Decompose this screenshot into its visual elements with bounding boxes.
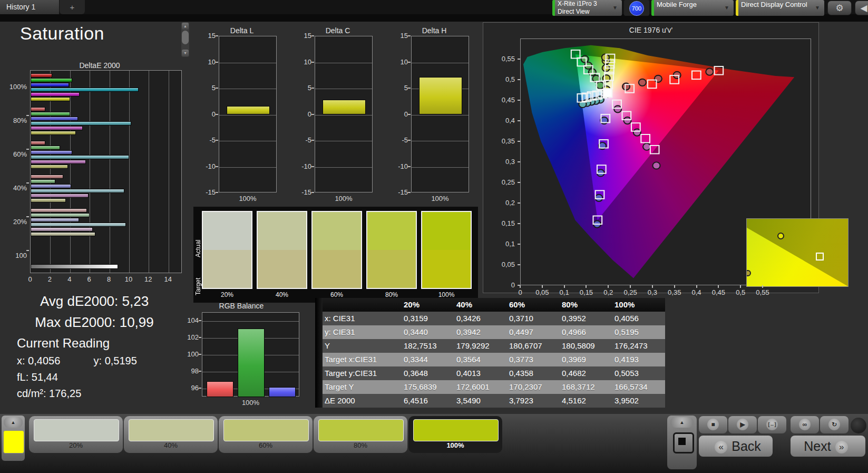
pattern-source-dropdown[interactable]: Mobile Forge ▼ [651, 0, 734, 16]
x-axis-label: 100% [315, 195, 373, 202]
scroll-down-icon[interactable]: ▼ [182, 50, 189, 56]
axis-tick-label: 10 [208, 58, 216, 66]
patch-label: 40% [124, 441, 218, 449]
axis-tick [608, 285, 609, 288]
collapse-panel-button[interactable]: ◀ [855, 1, 868, 15]
bar [31, 198, 66, 202]
expand-up-icon[interactable]: ▲ [670, 417, 694, 428]
loop-button[interactable]: ∞ [791, 416, 819, 433]
play-button[interactable]: ▶ [728, 416, 757, 433]
bar [31, 146, 60, 150]
axis-tick [311, 114, 314, 115]
axis-tick-label: 15 [208, 32, 216, 40]
meter-dropdown[interactable]: X-Rite i1Pro 3 Direct View ▼ [552, 0, 622, 16]
axis-tick-label: 6 [87, 275, 91, 283]
axis-tick [216, 166, 218, 167]
actual-swatch [422, 212, 471, 250]
badge-container: 700 [624, 0, 649, 16]
axis-tick [674, 285, 675, 288]
bar [31, 184, 71, 188]
workflow-label: Direct Display Control [741, 0, 811, 9]
axis-tick-label: 15 [304, 32, 311, 40]
swatch-label: 100% [420, 291, 473, 298]
stop-button[interactable]: ■ [699, 416, 727, 433]
axis-tick-label: -15 [301, 188, 311, 196]
axis-tick-label: -5 [305, 136, 311, 144]
gridline [90, 71, 90, 273]
step-button[interactable]: [↔] [758, 416, 786, 433]
gridline [202, 321, 299, 322]
stop-pattern-button[interactable] [673, 432, 694, 453]
table-cell: 0,3564 [454, 353, 507, 366]
axis-tick-label: 0 [308, 110, 311, 118]
meter-name: X-Rite i1Pro 3 [558, 0, 608, 8]
axis-tick-label: 98 [191, 367, 199, 375]
axis-tick [216, 35, 218, 36]
gridline [219, 167, 276, 168]
column-header: 100% [612, 298, 665, 312]
stop-icon [678, 438, 686, 445]
axis-tick [408, 192, 411, 193]
y-axis-labels: 151050-5-10-15 [395, 36, 409, 192]
refresh-button[interactable]: ↻ [820, 416, 849, 433]
tab-history-1[interactable]: History 1 [0, 0, 59, 14]
back-button[interactable]: «Back [699, 436, 773, 457]
axis-tick [216, 62, 218, 63]
patch-swatch [223, 419, 309, 441]
bar [31, 78, 72, 82]
bar [419, 77, 462, 114]
expand-up-icon[interactable]: ▲ [4, 417, 23, 428]
axis-tick-label: 10 [304, 58, 311, 66]
meter-status-accent [552, 0, 555, 16]
axis-tick [518, 264, 520, 265]
column-header: 80% [560, 298, 612, 312]
axis-tick [740, 285, 741, 288]
settings-button[interactable]: ⚙ [827, 1, 852, 15]
axis-tick-label: 0,35 [668, 288, 681, 296]
patch-button-60%[interactable]: 60% [219, 416, 313, 453]
patch-button-20%[interactable]: 20% [29, 416, 123, 453]
row-edge [315, 366, 323, 380]
actual-target-swatch-panel: Actual Target 20%40%60%80%100% [193, 207, 478, 303]
bar [31, 264, 118, 269]
axis-tick [311, 35, 314, 36]
sync-count-badge[interactable]: 700 [629, 1, 644, 16]
axis-tick-label: 20% [13, 218, 27, 226]
patch-button-40%[interactable]: 40% [124, 416, 218, 453]
axis-tick [199, 337, 201, 338]
workflow-dropdown[interactable]: Direct Display Control ▼ [736, 0, 824, 16]
cie-diagram-panel: CIE 1976 u'v' 0,550,50,450,40,350,30,250… [483, 22, 819, 293]
patch-button-100%[interactable]: 100% [408, 416, 502, 453]
scrollbar-thumb[interactable] [182, 31, 189, 44]
bar [31, 208, 87, 213]
next-button[interactable]: Next» [791, 436, 865, 457]
patch-button-80%[interactable]: 80% [314, 416, 407, 453]
axis-tick-label: 0,15 [502, 219, 515, 227]
axis-tick [199, 388, 201, 389]
axis-tick [630, 285, 631, 288]
axis-tick [408, 140, 411, 141]
bar [31, 141, 45, 145]
axis-tick-label: 4 [67, 275, 71, 283]
axis-tick-label: 2 [48, 275, 52, 283]
table-cell: 0,3952 [560, 312, 612, 325]
add-tab-button[interactable]: + [60, 0, 85, 14]
patch-swatch [318, 419, 404, 441]
axis-tick-label: 0,1 [560, 288, 569, 296]
x-axis-labels: 02468101214 [30, 275, 182, 285]
table-cell: 166,5734 [612, 380, 665, 394]
bar [31, 73, 52, 78]
table-cell: 0,3648 [402, 366, 454, 380]
transport-side-controls: ▲ [667, 416, 697, 469]
page-title: Saturation [20, 23, 104, 44]
target-point [715, 66, 724, 75]
scroll-up-icon[interactable]: ▲ [182, 23, 189, 30]
y-axis-labels: 151050-5-10-15 [203, 36, 217, 192]
table-cell: 170,2307 [507, 380, 560, 394]
axis-tick-label: 0,5 [736, 288, 745, 296]
axis-tick [518, 182, 520, 183]
axis-tick-label: 10 [401, 58, 408, 66]
measured-point [652, 162, 660, 169]
axis-tick [26, 182, 29, 184]
vertical-scrollbar[interactable]: ▲ ▼ [181, 22, 189, 57]
